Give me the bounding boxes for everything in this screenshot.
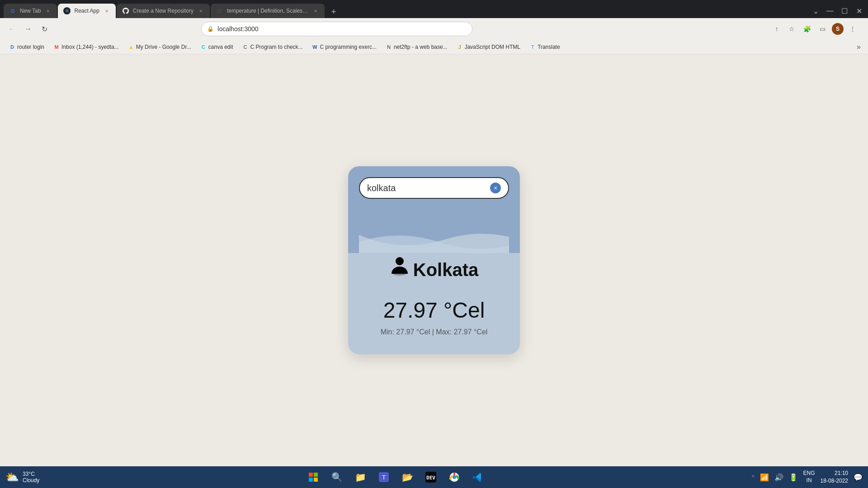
temp-range-display: Min: 27.97 °Cel | Max: 27.97 °Cel <box>381 328 488 336</box>
bookmark-favicon-drive: ▲ <box>128 44 134 50</box>
tab-temperature[interactable]: ◌ temperature | Definition, Scales, Un..… <box>211 4 325 18</box>
bookmark-label-translate: Translate <box>538 44 560 50</box>
profile-avatar[interactable]: S <box>832 23 844 35</box>
bookmark-favicon-canva: C <box>200 44 207 50</box>
taskbar: ⛅ 33°C Cloudy 🔍 📁 T 📂 <box>0 466 868 488</box>
main-content: kolkata × <box>0 54 868 466</box>
notification-icon[interactable]: 💬 <box>854 473 863 482</box>
search-clear-button[interactable]: × <box>490 183 501 193</box>
taskbar-chevron-icon[interactable]: ^ <box>752 474 755 480</box>
tab-title-react-app: React App <box>74 8 99 14</box>
svg-rect-3 <box>314 473 318 477</box>
bookmark-label-router: router login <box>17 44 44 50</box>
back-button[interactable]: ← <box>5 23 18 35</box>
tab-list-button[interactable]: ⌄ <box>810 5 821 16</box>
address-input-wrap[interactable]: 🔒 localhost:3000 <box>201 22 472 36</box>
bookmark-label-js-dom: JavaScript DOM HTML <box>465 44 520 50</box>
taskbar-desc: Cloudy <box>23 477 39 483</box>
svg-rect-4 <box>309 478 313 482</box>
tab-close-temperature[interactable]: ✕ <box>312 7 319 14</box>
bookmark-translate[interactable]: T Translate <box>526 43 564 51</box>
browser-chrome: ⊙ New Tab ✕ ⚛ React App ✕ Create a New R… <box>0 0 868 54</box>
taskbar-cloud-icon: ⛅ <box>5 471 19 483</box>
minimize-button[interactable]: — <box>825 5 835 16</box>
tab-close-react-app[interactable]: ✕ <box>103 7 110 14</box>
extension-icon[interactable]: 🧩 <box>801 23 814 35</box>
sidebar-icon[interactable]: ▭ <box>816 23 829 35</box>
bookmarks-more-button[interactable]: » <box>855 42 863 52</box>
tab-bar: ⊙ New Tab ✕ ⚛ React App ✕ Create a New R… <box>0 0 868 18</box>
start-button[interactable] <box>305 469 321 485</box>
taskbar-weather-widget[interactable]: ⛅ 33°C Cloudy <box>5 471 39 483</box>
new-tab-button[interactable]: + <box>327 5 340 18</box>
taskbar-vscode-button[interactable] <box>470 469 486 485</box>
taskbar-file-explorer-button[interactable]: 📁 <box>352 469 368 485</box>
svg-text:T: T <box>382 474 386 481</box>
taskbar-chrome-button[interactable] <box>446 469 462 485</box>
tab-github-repo[interactable]: Create a New Repository ✕ <box>117 4 210 18</box>
security-icon: 🔒 <box>207 26 214 32</box>
battery-icon[interactable]: 🔋 <box>789 473 798 482</box>
svg-point-1 <box>393 272 406 276</box>
taskbar-language[interactable]: ENG IN <box>803 470 815 484</box>
bookmark-label-drive: My Drive - Google Dr... <box>136 44 191 50</box>
bookmark-my-drive[interactable]: ▲ My Drive - Google Dr... <box>124 43 195 51</box>
bookmark-router-login[interactable]: D router login <box>5 43 48 51</box>
bookmark-label-c-program: C Program to check... <box>250 44 303 50</box>
taskbar-teams-button[interactable]: T <box>376 469 392 485</box>
wifi-icon[interactable]: 📶 <box>760 473 769 482</box>
taskbar-date: 18-08-2022 <box>821 477 848 485</box>
svg-point-12 <box>453 476 456 479</box>
taskbar-time-display[interactable]: 21:10 18-08-2022 <box>821 469 848 485</box>
temperature-display: 27.97 °Cel <box>383 298 485 323</box>
taskbar-time: 21:10 <box>821 469 848 477</box>
card-top: kolkata × <box>348 166 520 253</box>
bookmark-label-net2ftp: net2ftp - a web base... <box>394 44 448 50</box>
reload-button[interactable]: ↻ <box>38 23 51 35</box>
tab-favicon-temperature: ◌ <box>216 7 223 14</box>
city-name: Kolkata <box>413 260 479 280</box>
svg-rect-5 <box>314 478 318 482</box>
taskbar-temp: 33°C <box>23 471 39 477</box>
city-header: Kolkata <box>390 257 479 283</box>
tab-favicon-github <box>122 7 129 14</box>
volume-icon[interactable]: 🔊 <box>774 473 783 482</box>
bookmark-favicon-router: D <box>9 44 15 50</box>
tab-new-tab[interactable]: ⊙ New Tab ✕ <box>4 4 57 18</box>
taskbar-search-button[interactable]: 🔍 <box>329 469 345 485</box>
search-box[interactable]: kolkata × <box>359 177 509 199</box>
search-input-value: kolkata <box>367 183 396 193</box>
bookmark-c-programming[interactable]: W C programming exerc... <box>308 43 380 51</box>
svg-text:DEV: DEV <box>426 475 435 481</box>
bookmark-inbox[interactable]: M Inbox (1,244) - syedta... <box>50 43 123 51</box>
tab-title-temperature: temperature | Definition, Scales, Un... <box>227 8 308 14</box>
taskbar-right: ^ 📶 🔊 🔋 ENG IN 21:10 18-08-2022 💬 <box>752 469 863 485</box>
bookmark-canva[interactable]: C canva edit <box>197 43 237 51</box>
bookmark-c-program[interactable]: C C Program to check... <box>239 43 307 51</box>
bookmark-favicon-c-program: C <box>242 44 249 50</box>
tab-close-github[interactable]: ✕ <box>197 7 204 14</box>
taskbar-files-button[interactable]: 📂 <box>399 469 415 485</box>
window-controls: ⌄ — ☐ ✕ <box>810 5 864 18</box>
bookmark-icon[interactable]: ☆ <box>786 23 798 35</box>
bookmark-net2ftp[interactable]: N net2ftp - a web base... <box>382 43 451 51</box>
maximize-button[interactable]: ☐ <box>839 5 850 16</box>
forward-button[interactable]: → <box>22 23 34 35</box>
tab-favicon-react-app: ⚛ <box>63 7 71 14</box>
bookmarks-bar: D router login M Inbox (1,244) - syedta.… <box>0 40 868 54</box>
bookmark-js-dom[interactable]: J JavaScript DOM HTML <box>453 43 524 51</box>
share-icon[interactable]: ↑ <box>770 23 783 35</box>
taskbar-lang-region: IN <box>803 477 815 484</box>
bookmark-favicon-translate: T <box>529 44 536 50</box>
tab-react-app[interactable]: ⚛ React App ✕ <box>58 4 115 18</box>
svg-point-0 <box>396 257 404 265</box>
menu-icon[interactable]: ⋮ <box>846 23 859 35</box>
bookmark-favicon-inbox: M <box>53 44 60 50</box>
tab-close-new-tab[interactable]: ✕ <box>44 7 52 14</box>
taskbar-center: 🔍 📁 T 📂 DEV <box>305 469 486 485</box>
close-button[interactable]: ✕ <box>854 5 864 16</box>
taskbar-dev-button[interactable]: DEV <box>423 469 439 485</box>
card-wave <box>359 226 509 253</box>
bookmark-label-inbox: Inbox (1,244) - syedta... <box>61 44 119 50</box>
bookmark-favicon-js-dom: J <box>457 44 463 50</box>
